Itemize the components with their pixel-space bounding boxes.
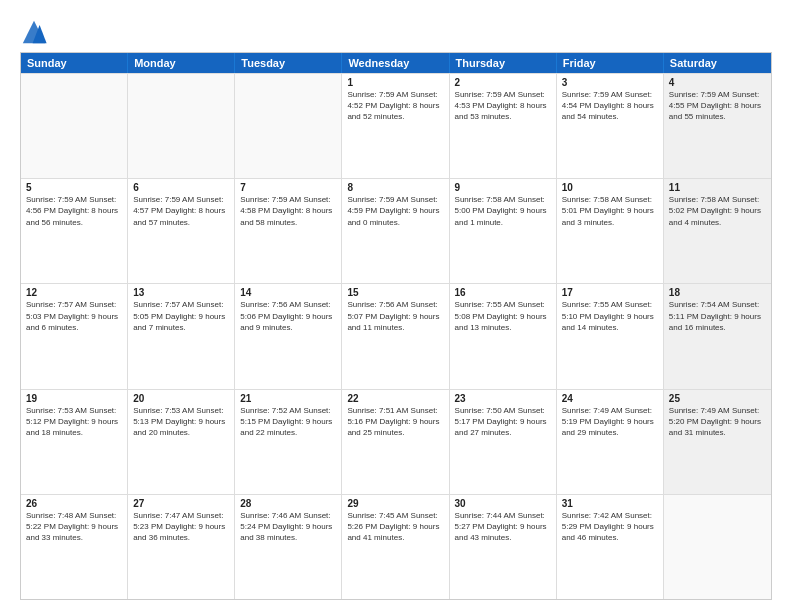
day-info: Sunrise: 7:59 AM Sunset: 4:52 PM Dayligh… xyxy=(347,89,443,123)
calendar-row: 1Sunrise: 7:59 AM Sunset: 4:52 PM Daylig… xyxy=(21,73,771,178)
day-info: Sunrise: 7:59 AM Sunset: 4:55 PM Dayligh… xyxy=(669,89,766,123)
calendar-cell: 18Sunrise: 7:54 AM Sunset: 5:11 PM Dayli… xyxy=(664,284,771,388)
header-day-tuesday: Tuesday xyxy=(235,53,342,73)
day-info: Sunrise: 7:59 AM Sunset: 4:59 PM Dayligh… xyxy=(347,194,443,228)
day-number: 29 xyxy=(347,498,443,509)
day-number: 22 xyxy=(347,393,443,404)
day-number: 24 xyxy=(562,393,658,404)
calendar-cell: 13Sunrise: 7:57 AM Sunset: 5:05 PM Dayli… xyxy=(128,284,235,388)
day-number: 10 xyxy=(562,182,658,193)
day-number: 21 xyxy=(240,393,336,404)
calendar-cell: 22Sunrise: 7:51 AM Sunset: 5:16 PM Dayli… xyxy=(342,390,449,494)
header-day-wednesday: Wednesday xyxy=(342,53,449,73)
calendar-cell: 8Sunrise: 7:59 AM Sunset: 4:59 PM Daylig… xyxy=(342,179,449,283)
day-info: Sunrise: 7:52 AM Sunset: 5:15 PM Dayligh… xyxy=(240,405,336,439)
day-number: 5 xyxy=(26,182,122,193)
day-number: 1 xyxy=(347,77,443,88)
day-info: Sunrise: 7:57 AM Sunset: 5:03 PM Dayligh… xyxy=(26,299,122,333)
header-day-sunday: Sunday xyxy=(21,53,128,73)
day-number: 13 xyxy=(133,287,229,298)
day-number: 23 xyxy=(455,393,551,404)
calendar-cell: 20Sunrise: 7:53 AM Sunset: 5:13 PM Dayli… xyxy=(128,390,235,494)
header xyxy=(20,18,772,46)
calendar-row: 26Sunrise: 7:48 AM Sunset: 5:22 PM Dayli… xyxy=(21,494,771,599)
day-info: Sunrise: 7:56 AM Sunset: 5:07 PM Dayligh… xyxy=(347,299,443,333)
calendar-cell: 26Sunrise: 7:48 AM Sunset: 5:22 PM Dayli… xyxy=(21,495,128,599)
day-info: Sunrise: 7:53 AM Sunset: 5:12 PM Dayligh… xyxy=(26,405,122,439)
day-number: 12 xyxy=(26,287,122,298)
page: SundayMondayTuesdayWednesdayThursdayFrid… xyxy=(0,0,792,612)
day-number: 18 xyxy=(669,287,766,298)
calendar-body: 1Sunrise: 7:59 AM Sunset: 4:52 PM Daylig… xyxy=(21,73,771,599)
calendar-cell: 25Sunrise: 7:49 AM Sunset: 5:20 PM Dayli… xyxy=(664,390,771,494)
calendar-cell: 23Sunrise: 7:50 AM Sunset: 5:17 PM Dayli… xyxy=(450,390,557,494)
logo-icon xyxy=(20,18,48,46)
calendar-cell: 17Sunrise: 7:55 AM Sunset: 5:10 PM Dayli… xyxy=(557,284,664,388)
day-info: Sunrise: 7:57 AM Sunset: 5:05 PM Dayligh… xyxy=(133,299,229,333)
day-number: 30 xyxy=(455,498,551,509)
day-info: Sunrise: 7:58 AM Sunset: 5:00 PM Dayligh… xyxy=(455,194,551,228)
header-day-friday: Friday xyxy=(557,53,664,73)
calendar-cell: 19Sunrise: 7:53 AM Sunset: 5:12 PM Dayli… xyxy=(21,390,128,494)
day-info: Sunrise: 7:59 AM Sunset: 4:54 PM Dayligh… xyxy=(562,89,658,123)
calendar: SundayMondayTuesdayWednesdayThursdayFrid… xyxy=(20,52,772,600)
day-number: 27 xyxy=(133,498,229,509)
day-info: Sunrise: 7:59 AM Sunset: 4:56 PM Dayligh… xyxy=(26,194,122,228)
calendar-cell: 9Sunrise: 7:58 AM Sunset: 5:00 PM Daylig… xyxy=(450,179,557,283)
calendar-cell: 1Sunrise: 7:59 AM Sunset: 4:52 PM Daylig… xyxy=(342,74,449,178)
calendar-cell: 10Sunrise: 7:58 AM Sunset: 5:01 PM Dayli… xyxy=(557,179,664,283)
day-info: Sunrise: 7:49 AM Sunset: 5:19 PM Dayligh… xyxy=(562,405,658,439)
calendar-cell: 28Sunrise: 7:46 AM Sunset: 5:24 PM Dayli… xyxy=(235,495,342,599)
day-number: 7 xyxy=(240,182,336,193)
calendar-row: 19Sunrise: 7:53 AM Sunset: 5:12 PM Dayli… xyxy=(21,389,771,494)
calendar-cell: 2Sunrise: 7:59 AM Sunset: 4:53 PM Daylig… xyxy=(450,74,557,178)
calendar-cell: 30Sunrise: 7:44 AM Sunset: 5:27 PM Dayli… xyxy=(450,495,557,599)
day-info: Sunrise: 7:53 AM Sunset: 5:13 PM Dayligh… xyxy=(133,405,229,439)
calendar-row: 12Sunrise: 7:57 AM Sunset: 5:03 PM Dayli… xyxy=(21,283,771,388)
day-number: 6 xyxy=(133,182,229,193)
day-info: Sunrise: 7:51 AM Sunset: 5:16 PM Dayligh… xyxy=(347,405,443,439)
calendar-cell xyxy=(664,495,771,599)
calendar-cell: 16Sunrise: 7:55 AM Sunset: 5:08 PM Dayli… xyxy=(450,284,557,388)
day-number: 31 xyxy=(562,498,658,509)
day-number: 3 xyxy=(562,77,658,88)
day-info: Sunrise: 7:55 AM Sunset: 5:10 PM Dayligh… xyxy=(562,299,658,333)
day-info: Sunrise: 7:59 AM Sunset: 4:53 PM Dayligh… xyxy=(455,89,551,123)
day-info: Sunrise: 7:58 AM Sunset: 5:02 PM Dayligh… xyxy=(669,194,766,228)
day-number: 14 xyxy=(240,287,336,298)
day-number: 4 xyxy=(669,77,766,88)
day-number: 9 xyxy=(455,182,551,193)
calendar-row: 5Sunrise: 7:59 AM Sunset: 4:56 PM Daylig… xyxy=(21,178,771,283)
header-day-saturday: Saturday xyxy=(664,53,771,73)
day-info: Sunrise: 7:49 AM Sunset: 5:20 PM Dayligh… xyxy=(669,405,766,439)
calendar-cell: 6Sunrise: 7:59 AM Sunset: 4:57 PM Daylig… xyxy=(128,179,235,283)
calendar-cell xyxy=(235,74,342,178)
calendar-cell xyxy=(21,74,128,178)
calendar-cell: 31Sunrise: 7:42 AM Sunset: 5:29 PM Dayli… xyxy=(557,495,664,599)
day-number: 26 xyxy=(26,498,122,509)
header-day-thursday: Thursday xyxy=(450,53,557,73)
day-info: Sunrise: 7:50 AM Sunset: 5:17 PM Dayligh… xyxy=(455,405,551,439)
calendar-cell: 27Sunrise: 7:47 AM Sunset: 5:23 PM Dayli… xyxy=(128,495,235,599)
day-info: Sunrise: 7:59 AM Sunset: 4:57 PM Dayligh… xyxy=(133,194,229,228)
logo xyxy=(20,18,50,46)
header-day-monday: Monday xyxy=(128,53,235,73)
day-info: Sunrise: 7:44 AM Sunset: 5:27 PM Dayligh… xyxy=(455,510,551,544)
day-number: 20 xyxy=(133,393,229,404)
calendar-cell: 4Sunrise: 7:59 AM Sunset: 4:55 PM Daylig… xyxy=(664,74,771,178)
day-info: Sunrise: 7:42 AM Sunset: 5:29 PM Dayligh… xyxy=(562,510,658,544)
day-info: Sunrise: 7:54 AM Sunset: 5:11 PM Dayligh… xyxy=(669,299,766,333)
day-info: Sunrise: 7:46 AM Sunset: 5:24 PM Dayligh… xyxy=(240,510,336,544)
calendar-cell: 14Sunrise: 7:56 AM Sunset: 5:06 PM Dayli… xyxy=(235,284,342,388)
day-number: 2 xyxy=(455,77,551,88)
calendar-cell: 7Sunrise: 7:59 AM Sunset: 4:58 PM Daylig… xyxy=(235,179,342,283)
day-number: 15 xyxy=(347,287,443,298)
calendar-cell: 11Sunrise: 7:58 AM Sunset: 5:02 PM Dayli… xyxy=(664,179,771,283)
calendar-cell: 24Sunrise: 7:49 AM Sunset: 5:19 PM Dayli… xyxy=(557,390,664,494)
day-info: Sunrise: 7:56 AM Sunset: 5:06 PM Dayligh… xyxy=(240,299,336,333)
calendar-cell: 5Sunrise: 7:59 AM Sunset: 4:56 PM Daylig… xyxy=(21,179,128,283)
day-info: Sunrise: 7:59 AM Sunset: 4:58 PM Dayligh… xyxy=(240,194,336,228)
calendar-cell: 3Sunrise: 7:59 AM Sunset: 4:54 PM Daylig… xyxy=(557,74,664,178)
day-number: 8 xyxy=(347,182,443,193)
calendar-cell: 12Sunrise: 7:57 AM Sunset: 5:03 PM Dayli… xyxy=(21,284,128,388)
